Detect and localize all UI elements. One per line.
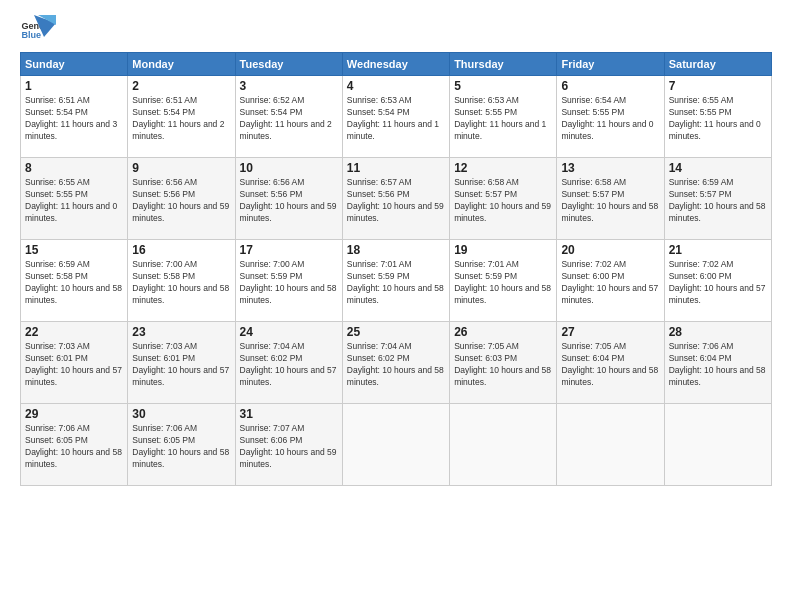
sunset-label: Sunset: 5:59 PM	[240, 271, 303, 281]
weekday-header: Tuesday	[235, 53, 342, 76]
day-number: 15	[25, 243, 123, 257]
daylight-label: Daylight: 10 hours and 59 minutes.	[454, 201, 551, 223]
day-info: Sunrise: 7:05 AM Sunset: 6:04 PM Dayligh…	[561, 341, 659, 389]
day-number: 22	[25, 325, 123, 339]
sunrise-label: Sunrise: 6:56 AM	[240, 177, 305, 187]
sunset-label: Sunset: 5:54 PM	[347, 107, 410, 117]
sunrise-label: Sunrise: 6:59 AM	[25, 259, 90, 269]
calendar-cell: 28 Sunrise: 7:06 AM Sunset: 6:04 PM Dayl…	[664, 322, 771, 404]
calendar-cell: 1 Sunrise: 6:51 AM Sunset: 5:54 PM Dayli…	[21, 76, 128, 158]
calendar-cell: 27 Sunrise: 7:05 AM Sunset: 6:04 PM Dayl…	[557, 322, 664, 404]
daylight-label: Daylight: 10 hours and 57 minutes.	[132, 365, 229, 387]
calendar-cell: 23 Sunrise: 7:03 AM Sunset: 6:01 PM Dayl…	[128, 322, 235, 404]
day-info: Sunrise: 6:54 AM Sunset: 5:55 PM Dayligh…	[561, 95, 659, 143]
daylight-label: Daylight: 10 hours and 58 minutes.	[561, 365, 658, 387]
weekday-header: Saturday	[664, 53, 771, 76]
sunset-label: Sunset: 5:56 PM	[240, 189, 303, 199]
sunrise-label: Sunrise: 7:03 AM	[25, 341, 90, 351]
calendar-cell: 29 Sunrise: 7:06 AM Sunset: 6:05 PM Dayl…	[21, 404, 128, 486]
day-info: Sunrise: 6:59 AM Sunset: 5:57 PM Dayligh…	[669, 177, 767, 225]
calendar-cell	[557, 404, 664, 486]
day-number: 20	[561, 243, 659, 257]
day-number: 19	[454, 243, 552, 257]
day-number: 3	[240, 79, 338, 93]
calendar-cell: 11 Sunrise: 6:57 AM Sunset: 5:56 PM Dayl…	[342, 158, 449, 240]
sunset-label: Sunset: 6:01 PM	[132, 353, 195, 363]
calendar-cell	[664, 404, 771, 486]
day-number: 18	[347, 243, 445, 257]
sunrise-label: Sunrise: 6:58 AM	[561, 177, 626, 187]
calendar-cell: 24 Sunrise: 7:04 AM Sunset: 6:02 PM Dayl…	[235, 322, 342, 404]
calendar-cell: 22 Sunrise: 7:03 AM Sunset: 6:01 PM Dayl…	[21, 322, 128, 404]
daylight-label: Daylight: 10 hours and 57 minutes.	[561, 283, 658, 305]
sunset-label: Sunset: 6:05 PM	[132, 435, 195, 445]
day-number: 10	[240, 161, 338, 175]
day-info: Sunrise: 6:55 AM Sunset: 5:55 PM Dayligh…	[669, 95, 767, 143]
day-info: Sunrise: 7:00 AM Sunset: 5:59 PM Dayligh…	[240, 259, 338, 307]
daylight-label: Daylight: 10 hours and 58 minutes.	[25, 283, 122, 305]
daylight-label: Daylight: 10 hours and 58 minutes.	[347, 283, 444, 305]
day-info: Sunrise: 6:58 AM Sunset: 5:57 PM Dayligh…	[454, 177, 552, 225]
calendar-cell: 3 Sunrise: 6:52 AM Sunset: 5:54 PM Dayli…	[235, 76, 342, 158]
sunrise-label: Sunrise: 7:01 AM	[347, 259, 412, 269]
sunset-label: Sunset: 6:06 PM	[240, 435, 303, 445]
sunrise-label: Sunrise: 7:01 AM	[454, 259, 519, 269]
sunrise-label: Sunrise: 7:07 AM	[240, 423, 305, 433]
day-number: 7	[669, 79, 767, 93]
calendar-table: SundayMondayTuesdayWednesdayThursdayFrid…	[20, 52, 772, 486]
sunset-label: Sunset: 5:56 PM	[132, 189, 195, 199]
daylight-label: Daylight: 11 hours and 1 minute.	[347, 119, 439, 141]
daylight-label: Daylight: 11 hours and 1 minute.	[454, 119, 546, 141]
daylight-label: Daylight: 10 hours and 58 minutes.	[25, 447, 122, 469]
day-number: 8	[25, 161, 123, 175]
logo: General Blue	[20, 16, 56, 44]
day-number: 11	[347, 161, 445, 175]
day-info: Sunrise: 6:59 AM Sunset: 5:58 PM Dayligh…	[25, 259, 123, 307]
sunrise-label: Sunrise: 7:00 AM	[132, 259, 197, 269]
day-info: Sunrise: 7:06 AM Sunset: 6:04 PM Dayligh…	[669, 341, 767, 389]
daylight-label: Daylight: 10 hours and 57 minutes.	[240, 365, 337, 387]
daylight-label: Daylight: 10 hours and 59 minutes.	[240, 201, 337, 223]
sunrise-label: Sunrise: 6:59 AM	[669, 177, 734, 187]
sunset-label: Sunset: 6:00 PM	[561, 271, 624, 281]
day-number: 9	[132, 161, 230, 175]
day-number: 21	[669, 243, 767, 257]
sunset-label: Sunset: 6:02 PM	[240, 353, 303, 363]
calendar-cell: 8 Sunrise: 6:55 AM Sunset: 5:55 PM Dayli…	[21, 158, 128, 240]
day-info: Sunrise: 7:00 AM Sunset: 5:58 PM Dayligh…	[132, 259, 230, 307]
calendar-cell: 10 Sunrise: 6:56 AM Sunset: 5:56 PM Dayl…	[235, 158, 342, 240]
day-info: Sunrise: 7:05 AM Sunset: 6:03 PM Dayligh…	[454, 341, 552, 389]
day-number: 1	[25, 79, 123, 93]
sunrise-label: Sunrise: 6:55 AM	[25, 177, 90, 187]
day-number: 4	[347, 79, 445, 93]
day-number: 23	[132, 325, 230, 339]
sunrise-label: Sunrise: 7:00 AM	[240, 259, 305, 269]
sunrise-label: Sunrise: 6:53 AM	[454, 95, 519, 105]
sunrise-label: Sunrise: 6:56 AM	[132, 177, 197, 187]
logo-arrow-icon	[34, 15, 56, 37]
day-info: Sunrise: 6:56 AM Sunset: 5:56 PM Dayligh…	[132, 177, 230, 225]
sunset-label: Sunset: 5:59 PM	[454, 271, 517, 281]
day-number: 2	[132, 79, 230, 93]
calendar-cell: 17 Sunrise: 7:00 AM Sunset: 5:59 PM Dayl…	[235, 240, 342, 322]
sunset-label: Sunset: 5:55 PM	[669, 107, 732, 117]
sunrise-label: Sunrise: 7:06 AM	[25, 423, 90, 433]
weekday-header: Sunday	[21, 53, 128, 76]
sunset-label: Sunset: 6:04 PM	[561, 353, 624, 363]
calendar-cell: 6 Sunrise: 6:54 AM Sunset: 5:55 PM Dayli…	[557, 76, 664, 158]
sunrise-label: Sunrise: 7:06 AM	[669, 341, 734, 351]
daylight-label: Daylight: 10 hours and 58 minutes.	[132, 283, 229, 305]
day-number: 30	[132, 407, 230, 421]
calendar-cell: 13 Sunrise: 6:58 AM Sunset: 5:57 PM Dayl…	[557, 158, 664, 240]
weekday-header: Monday	[128, 53, 235, 76]
day-info: Sunrise: 6:55 AM Sunset: 5:55 PM Dayligh…	[25, 177, 123, 225]
sunset-label: Sunset: 5:58 PM	[25, 271, 88, 281]
sunrise-label: Sunrise: 7:06 AM	[132, 423, 197, 433]
day-info: Sunrise: 7:04 AM Sunset: 6:02 PM Dayligh…	[347, 341, 445, 389]
calendar-cell: 26 Sunrise: 7:05 AM Sunset: 6:03 PM Dayl…	[450, 322, 557, 404]
calendar-week-row: 22 Sunrise: 7:03 AM Sunset: 6:01 PM Dayl…	[21, 322, 772, 404]
calendar-cell: 16 Sunrise: 7:00 AM Sunset: 5:58 PM Dayl…	[128, 240, 235, 322]
sunrise-label: Sunrise: 6:55 AM	[669, 95, 734, 105]
daylight-label: Daylight: 10 hours and 59 minutes.	[132, 201, 229, 223]
day-number: 16	[132, 243, 230, 257]
